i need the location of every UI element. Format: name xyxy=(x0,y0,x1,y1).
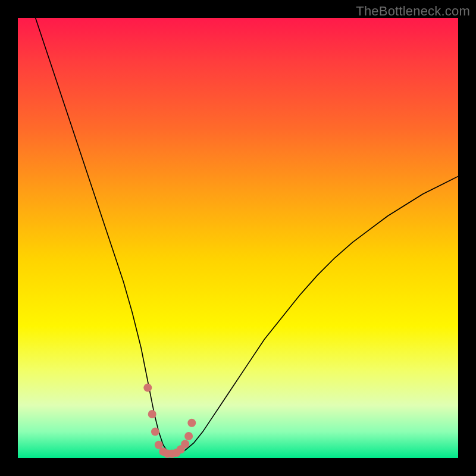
curve-layer xyxy=(18,18,458,458)
plot-area xyxy=(18,18,458,458)
curve-marker xyxy=(181,440,189,448)
chart-root: TheBottleneck.com xyxy=(0,0,476,476)
curve-marker xyxy=(187,419,196,427)
curve-marker xyxy=(143,384,152,392)
curve-marker xyxy=(148,410,156,418)
watermark-text: TheBottleneck.com xyxy=(356,4,470,19)
curve-markers xyxy=(143,384,196,458)
curve-marker xyxy=(151,428,159,436)
curve-marker xyxy=(184,432,193,440)
bottleneck-curve xyxy=(36,18,458,454)
